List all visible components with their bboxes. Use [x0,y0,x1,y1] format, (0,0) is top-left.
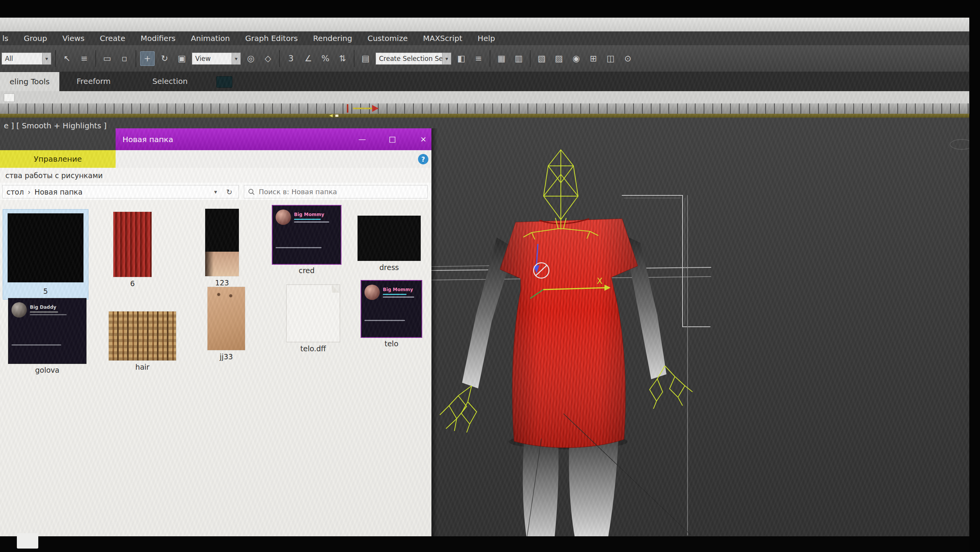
file-tile-123[interactable]: 123 [205,209,239,287]
graphite-ribbon-tabbar: eling Tools Freeform Selection [0,72,980,91]
file-thumbnail: Big Mommy [361,281,421,337]
tab-freeform[interactable]: Freeform [77,77,111,86]
align-icon[interactable]: ≡ [471,51,486,66]
menu-item-maxscript[interactable]: MAXScript [423,34,462,43]
track-bar[interactable] [0,114,980,118]
menu-item-graph-editors[interactable]: Graph Editors [245,34,298,43]
render-setup-icon[interactable]: ⊞ [586,51,601,66]
maximize-button[interactable]: □ [384,131,401,147]
snaps-toggle-icon[interactable]: 3 [284,51,298,66]
menu-item-help[interactable]: Help [478,34,495,43]
file-tile-6[interactable]: 6 [113,212,152,288]
mirror-icon[interactable]: ◧ [454,51,469,66]
reference-coordsys-dropdown[interactable]: View ▾ [192,52,241,65]
help-button[interactable]: ? [418,154,428,164]
file-tile-5[interactable]: 5 [3,210,88,299]
select-and-manipulate-icon[interactable]: ◇ [261,51,275,66]
tab-modeling-tools[interactable]: eling Tools [0,72,59,91]
select-object-icon[interactable]: ↖ [60,51,74,66]
tab-selection[interactable]: Selection [152,77,188,86]
menu-item-views[interactable]: Views [62,34,85,43]
minimize-button[interactable]: — [354,131,371,147]
file-tile-hair[interactable]: hair [109,311,176,371]
rendered-frame-window-icon[interactable]: ◫ [603,51,618,66]
file-tile-telo-dff[interactable]: telo.dff [286,285,340,353]
track-bar-key-icon [335,115,338,117]
layer-manager-icon[interactable]: ▦ [494,51,509,66]
address-bar[interactable]: стол › Новая папка ▾ ↻ [2,185,239,198]
use-pivot-point-icon[interactable]: ◎ [243,51,258,66]
graphite-ribbon-toggle-icon[interactable]: ▥ [511,51,526,66]
file-thumbnail [207,287,245,350]
ribbon-collapsed-strip [0,91,980,103]
selection-filter-value: All [2,55,42,62]
material-editor-icon[interactable]: ◉ [569,51,583,66]
search-box[interactable] [244,185,428,198]
search-input[interactable] [258,187,420,196]
picture-tools-label: ства работы с рисунками [0,171,103,180]
select-and-scale-icon[interactable]: ▣ [175,51,189,66]
file-tile-golova[interactable]: Big Daddy golova [8,298,86,374]
file-list-area[interactable]: 5 6 123 Big Mommy [0,200,431,536]
file-thumbnail [8,213,83,282]
angle-snap-icon[interactable]: ∠ [301,51,315,66]
select-and-rotate-icon[interactable]: ↻ [157,51,172,66]
card-detail-line [294,219,321,220]
timeline-ruler[interactable] [0,103,980,114]
menu-item-rendering[interactable]: Rendering [313,34,352,43]
file-corner-fold [332,285,340,293]
breadcrumb-current[interactable]: Новая папка [34,188,83,196]
percent-snap-icon[interactable]: % [318,51,333,66]
file-tile-jj33[interactable]: jj33 [207,287,245,361]
breadcrumb-parent[interactable]: стол [3,188,24,196]
rectangular-selection-region-icon[interactable]: ▭ [100,51,114,66]
render-production-icon[interactable]: ⊙ [621,51,635,66]
file-tile-dress[interactable]: dress [358,216,421,272]
card-title: Big Daddy [30,305,67,310]
select-and-move-icon[interactable]: + [140,51,155,66]
max-titlebar: Autodesk 3ds Max 2010 x64 Untitled [0,18,980,31]
file-tile-cred[interactable]: Big Mommy cred [273,206,341,275]
select-by-name-icon[interactable]: ≡ [77,51,91,66]
card-detail-line [383,294,407,295]
menu-item-partial[interactable]: ls [2,34,8,43]
menu-item-customize[interactable]: Customize [368,34,408,43]
time-slider-arrow-icon[interactable] [372,105,379,112]
menu-item-animation[interactable]: Animation [191,34,230,43]
refresh-icon[interactable]: ↻ [226,188,232,196]
ribbon-strip-button[interactable] [4,93,15,102]
keyboard-shortcut-override-icon[interactable]: ▤ [358,51,373,66]
character-right-leg[interactable] [569,440,618,536]
curve-editor-icon[interactable]: ▧ [534,51,549,66]
window-crossing-icon[interactable]: ▫ [117,51,132,66]
menu-item-group[interactable]: Group [24,34,47,43]
tab-manage-contextual[interactable]: Управление [0,150,116,168]
avatar [364,285,380,300]
schematic-view-icon[interactable]: ▨ [552,51,566,66]
toolbar-separator [279,50,280,67]
close-button[interactable]: × [415,131,432,147]
explorer-titlebar[interactable]: Новая папка — □ × [116,128,431,150]
left-hand-wireframe[interactable] [440,386,477,432]
named-selection-sets-dropdown[interactable]: Create Selection Se ▾ [376,52,451,65]
toolbar-separator [55,50,56,67]
address-dropdown-icon[interactable]: ▾ [214,188,217,195]
menu-item-create[interactable]: Create [100,34,125,43]
card-detail-line [11,344,61,346]
file-tile-telo[interactable]: Big Mommy telo [361,281,421,348]
file-label: 6 [113,279,152,288]
file-label: dress [358,263,421,272]
character-left-leg[interactable] [523,439,559,536]
character-dress[interactable] [500,219,638,448]
monitor-bezel-top [0,0,980,18]
max-menubar: ls Group Views Create Modifiers Animatio… [0,31,980,45]
viewport-canvas[interactable]: X [431,118,980,552]
selection-filter-dropdown[interactable]: All ▾ [2,52,51,65]
explorer-window-title: Новая папка [116,135,173,144]
file-thumbnail [109,311,176,360]
spinner-snap-icon[interactable]: ⇅ [335,51,350,66]
time-slider-tick[interactable] [347,104,348,113]
avatar [276,210,291,225]
ribbon-minimize-button[interactable] [216,76,232,88]
menu-item-modifiers[interactable]: Modifiers [140,34,175,43]
